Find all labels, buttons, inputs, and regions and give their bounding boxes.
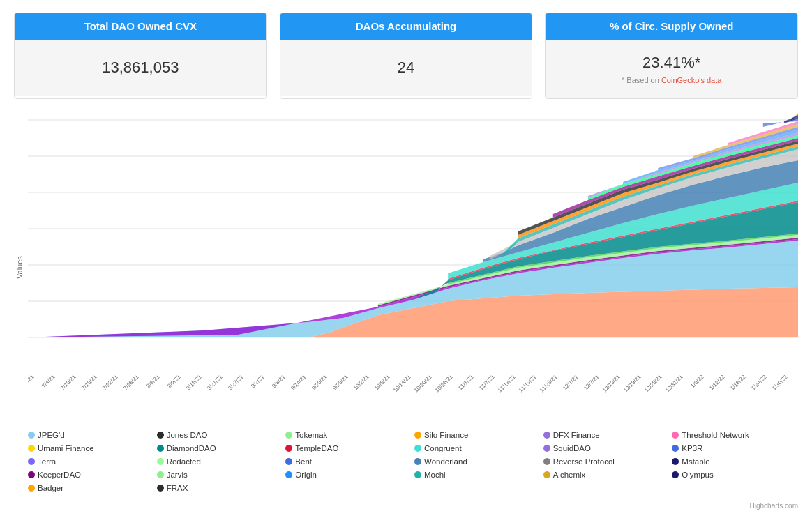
legend-label: Bent	[295, 457, 312, 466]
legend-dot	[543, 445, 550, 452]
legend-dot	[285, 432, 292, 439]
legend-item: Threshold Network	[669, 429, 798, 441]
legend-dot	[285, 445, 292, 452]
svg-text:11/19/21: 11/19/21	[518, 374, 538, 394]
legend-dot	[414, 432, 421, 439]
legend-dot	[414, 445, 421, 452]
legend-dot	[672, 471, 679, 478]
legend-item: Congruent	[412, 443, 541, 454]
legend-dot	[285, 471, 292, 478]
stat-card-body-3: 23.41%* * Based on CoinGecko's data	[546, 40, 797, 98]
legend-item: Terra	[25, 456, 154, 467]
legend-item: Jarvis	[154, 469, 283, 480]
svg-text:1/30/22: 1/30/22	[771, 374, 789, 392]
chart-svg: 15M 12.5M 10M 7.5M 5M 2.5M 0	[28, 113, 798, 371]
svg-text:9/26/21: 9/26/21	[331, 374, 349, 392]
legend-dot	[543, 458, 550, 465]
svg-text:7/22/21: 7/22/21	[101, 374, 119, 392]
legend-label: JPEG'd	[38, 431, 65, 439]
svg-text:10/20/21: 10/20/21	[413, 374, 433, 394]
legend-label: Olympus	[682, 471, 713, 479]
svg-text:8/27/21: 8/27/21	[227, 374, 245, 392]
highcharts-credit: Highcharts.com	[0, 501, 812, 512]
legend-label: FRAX	[167, 484, 188, 492]
stat-value-3: 23.41%*	[642, 54, 700, 72]
legend-item: TempleDAO	[283, 443, 412, 454]
svg-text:12/1/21: 12/1/21	[562, 374, 580, 392]
svg-text:12/25/21: 12/25/21	[643, 374, 663, 394]
svg-text:7/28/21: 7/28/21	[122, 374, 140, 392]
svg-text:1/12/22: 1/12/22	[708, 374, 726, 392]
legend-label: Badger	[38, 484, 63, 492]
stat-value-1: 13,861,053	[102, 59, 179, 77]
legend-dot	[414, 471, 421, 478]
legend-label: Threshold Network	[682, 431, 749, 439]
svg-text:12/7/21: 12/7/21	[582, 374, 601, 392]
legend-item: Jones DAO	[154, 429, 283, 441]
legend-area: JPEG'dJones DAOTokemakSilo FinanceDFX Fi…	[0, 422, 812, 501]
legend-dot	[543, 471, 550, 478]
svg-text:10/8/21: 10/8/21	[373, 374, 391, 392]
legend-item: Origin	[283, 469, 412, 480]
main-chart-svg: 15M 12.5M 10M 7.5M 5M 2.5M 0	[28, 113, 798, 371]
svg-text:12/13/21: 12/13/21	[601, 374, 622, 394]
svg-text:11/1/21: 11/1/21	[457, 374, 475, 392]
legend-label: KP3R	[682, 444, 702, 452]
legend-dot	[28, 458, 35, 465]
legend-label: TempleDAO	[295, 444, 338, 452]
chart-inner: 15M 12.5M 10M 7.5M 5M 2.5M 0	[28, 113, 798, 422]
legend-dot	[672, 445, 679, 452]
legend-label: Reverse Protocol	[553, 457, 615, 466]
stat-title-2[interactable]: DAOs Accumulating	[356, 20, 456, 32]
legend-label: Jones DAO	[167, 431, 208, 439]
stat-note-3: * Based on CoinGecko's data	[622, 76, 721, 84]
svg-text:12/31/21: 12/31/21	[664, 374, 684, 394]
stat-card-header-3: % of Circ. Supply Owned	[546, 13, 797, 40]
legend-dot	[28, 485, 35, 492]
legend-item: JPEG'd	[25, 429, 154, 441]
svg-text:9/8/21: 9/8/21	[271, 374, 286, 389]
legend-item: Olympus	[669, 469, 798, 480]
legend-dot	[672, 432, 679, 439]
legend-dot	[157, 471, 164, 478]
y-axis-label: Values	[14, 113, 28, 422]
legend-label: Mstable	[682, 457, 709, 466]
legend-dot	[28, 471, 35, 478]
legend-label: Congruent	[424, 444, 462, 452]
legend-label: SquidDAO	[553, 444, 591, 452]
legend-item: SquidDAO	[541, 443, 670, 454]
legend-label: Tokemak	[295, 431, 327, 439]
svg-text:9/20/21: 9/20/21	[310, 374, 329, 392]
legend-dot	[157, 458, 164, 465]
legend-dot	[28, 432, 35, 439]
coingecko-link[interactable]: CoinGecko's data	[661, 76, 721, 84]
legend-label: Origin	[295, 471, 317, 479]
svg-text:7/16/21: 7/16/21	[80, 374, 98, 392]
legend-label: Mochi	[424, 471, 446, 479]
svg-text:10/26/21: 10/26/21	[434, 374, 454, 394]
chart-container: Values 15M 12.5M 10M 7.5M	[0, 106, 812, 422]
legend-item: DFX Finance	[541, 429, 670, 441]
stat-card-body-1: 13,861,053	[15, 40, 266, 96]
legend-label: Terra	[38, 457, 56, 466]
legend-item: Silo Finance	[412, 429, 541, 441]
legend-label: DiamondDAO	[167, 444, 216, 452]
legend-item: KP3R	[669, 443, 798, 454]
stat-card-header-1: Total DAO Owned CVX	[15, 13, 266, 40]
legend-label: Silo Finance	[424, 431, 468, 439]
legend-item: Tokemak	[283, 429, 412, 441]
stat-title-1[interactable]: Total DAO Owned CVX	[84, 20, 197, 32]
svg-text:8/21/21: 8/21/21	[206, 374, 224, 392]
legend-dot	[157, 432, 164, 439]
legend-label: Wonderland	[424, 457, 467, 466]
stat-card-supply-owned: % of Circ. Supply Owned 23.41%* * Based …	[545, 13, 798, 99]
stat-title-3[interactable]: % of Circ. Supply Owned	[610, 20, 734, 32]
legend-label: Umami Finance	[38, 444, 94, 452]
legend-item: Wonderland	[412, 456, 541, 467]
legend-dot	[28, 445, 35, 452]
legend-item: Mochi	[412, 469, 541, 480]
svg-text:9/2/21: 9/2/21	[250, 374, 265, 389]
legend-label: KeeperDAO	[38, 471, 81, 479]
legend-label: Redacted	[167, 457, 201, 466]
svg-text:8/3/21: 8/3/21	[145, 374, 160, 389]
